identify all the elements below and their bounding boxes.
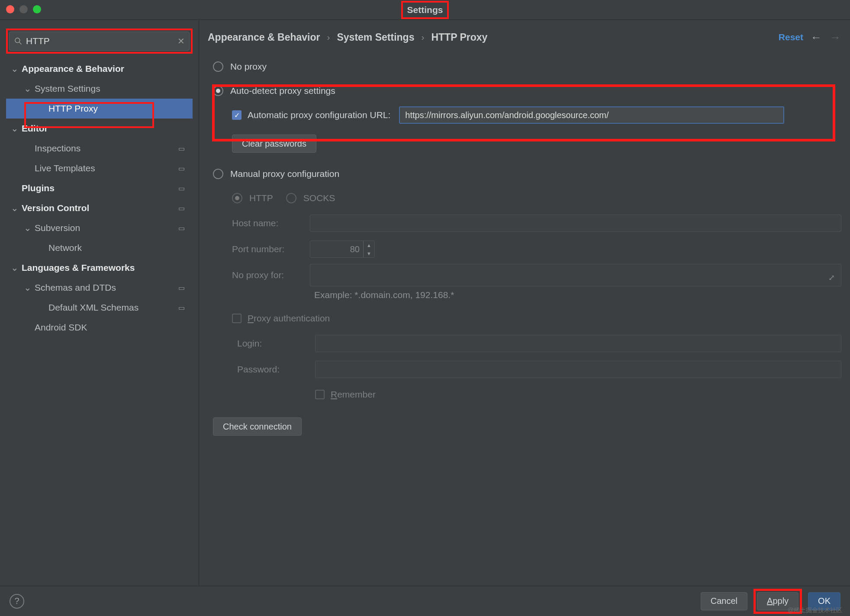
- port-stepper: ▲▼: [310, 241, 375, 258]
- radio-icon: [213, 86, 223, 96]
- project-scope-icon: ▭: [178, 224, 185, 232]
- help-button[interactable]: ?: [10, 594, 24, 609]
- tree-languages-frameworks[interactable]: ⌄Languages & Frameworks: [6, 258, 193, 278]
- chevron-down-icon: ⌄: [10, 203, 19, 213]
- project-scope-icon: ▭: [178, 304, 185, 312]
- password-row: Password:: [213, 356, 841, 382]
- tree-plugins[interactable]: Plugins▭: [6, 178, 193, 198]
- chevron-down-icon: ⌄: [23, 223, 32, 233]
- chevron-down-icon: ⌄: [10, 123, 19, 134]
- noproxy-label: No proxy for:: [232, 270, 310, 280]
- proxy-type-row: HTTP SOCKS: [213, 186, 841, 210]
- cancel-button[interactable]: Cancel: [701, 592, 747, 610]
- project-scope-icon: ▭: [178, 284, 185, 292]
- settings-tree: ⌄Appearance & Behavior ⌄System Settings …: [6, 59, 193, 337]
- auto-url-label: Automatic proxy configuration URL:: [248, 110, 390, 120]
- chevron-down-icon: ⌄: [10, 64, 19, 74]
- login-input: [315, 335, 841, 352]
- dialog-footer: ? Cancel Apply OK: [0, 586, 850, 616]
- remember-row: Remember: [213, 382, 841, 407]
- search-input-wrap[interactable]: ✕: [9, 32, 190, 51]
- tree-network[interactable]: Network: [6, 238, 193, 258]
- password-input: [315, 361, 841, 378]
- chevron-down-icon: ⌄: [23, 282, 32, 293]
- titlebar: Settings: [0, 0, 850, 20]
- tree-android-sdk[interactable]: Android SDK: [6, 318, 193, 337]
- tree-subversion[interactable]: ⌄Subversion▭: [6, 218, 193, 238]
- radio-auto-detect[interactable]: Auto-detect proxy settings: [213, 79, 841, 103]
- checkbox-proxy-auth: [232, 314, 241, 323]
- radio-icon: [286, 193, 296, 203]
- radio-http-type: HTTP: [232, 193, 273, 203]
- tree-system-settings[interactable]: ⌄System Settings: [6, 79, 193, 99]
- chevron-down-icon: ⌄: [10, 263, 19, 273]
- tree-default-xml-schemas[interactable]: Default XML Schemas▭: [6, 298, 193, 318]
- watermark: @稀土掘金技术社区: [788, 606, 842, 614]
- maximize-icon[interactable]: [33, 5, 41, 13]
- radio-manual-proxy[interactable]: Manual proxy configuration: [213, 162, 841, 186]
- svg-line-1: [19, 42, 22, 45]
- stepper-buttons: ▲▼: [363, 241, 374, 257]
- auto-detect-label: Auto-detect proxy settings: [230, 86, 335, 96]
- host-label: Host name:: [232, 218, 310, 228]
- proxy-auth-label: Proxy authentication: [248, 313, 330, 324]
- radio-socks-type: SOCKS: [286, 193, 335, 203]
- host-row: Host name:: [213, 210, 841, 236]
- nav-forward-icon: →: [829, 31, 841, 44]
- project-scope-icon: ▭: [178, 144, 185, 153]
- clear-search-icon[interactable]: ✕: [177, 36, 185, 46]
- settings-sidebar: ✕ ⌄Appearance & Behavior ⌄System Setting…: [0, 20, 199, 586]
- radio-icon: [213, 169, 223, 179]
- check-connection-button[interactable]: Check connection: [213, 417, 302, 436]
- window-title: Settings: [401, 1, 449, 19]
- proxy-auth-row: Proxy authentication: [213, 306, 841, 330]
- reset-link[interactable]: Reset: [779, 32, 803, 42]
- http-type-label: HTTP: [249, 193, 273, 203]
- tree-editor[interactable]: ⌄Editor: [6, 119, 193, 138]
- socks-type-label: SOCKS: [303, 193, 335, 203]
- svg-point-0: [15, 38, 20, 43]
- search-input[interactable]: [23, 36, 177, 46]
- project-scope-icon: ▭: [178, 204, 185, 212]
- chevron-up-icon: ▲: [364, 241, 374, 249]
- radio-icon: [213, 61, 223, 72]
- host-input: [310, 215, 841, 232]
- crumb-1[interactable]: System Settings: [337, 32, 414, 43]
- crumb-2: HTTP Proxy: [431, 32, 487, 43]
- chevron-right-icon: ›: [327, 32, 330, 42]
- search-icon: [14, 37, 23, 45]
- tree-http-proxy[interactable]: HTTP Proxy: [6, 99, 193, 119]
- chevron-down-icon: ⌄: [23, 83, 32, 94]
- chevron-down-icon: ▼: [364, 249, 374, 257]
- radio-no-proxy[interactable]: No proxy: [213, 55, 841, 79]
- password-label: Password:: [237, 364, 315, 375]
- port-label: Port number:: [232, 244, 310, 254]
- nav-back-icon[interactable]: ←: [810, 31, 822, 44]
- tree-schemas-dtds[interactable]: ⌄Schemas and DTDs▭: [6, 278, 193, 298]
- window-controls: [6, 5, 41, 13]
- auto-url-row: ✓ Automatic proxy configuration URL:: [213, 103, 841, 127]
- auto-url-input[interactable]: [399, 106, 784, 124]
- port-row: Port number: ▲▼: [213, 236, 841, 262]
- tree-inspections[interactable]: Inspections▭: [6, 138, 193, 158]
- clear-passwords-button[interactable]: Clear passwords: [232, 135, 316, 153]
- project-scope-icon: ▭: [178, 184, 185, 192]
- remember-label: Remember: [331, 389, 376, 400]
- search-highlight: ✕: [6, 29, 193, 54]
- settings-content: Appearance & Behavior › System Settings …: [199, 20, 850, 586]
- tree-appearance-behavior[interactable]: ⌄Appearance & Behavior: [6, 59, 193, 79]
- checkbox-auto-url[interactable]: ✓: [232, 110, 241, 120]
- checkbox-remember: [315, 390, 325, 399]
- login-label: Login:: [237, 338, 315, 349]
- minimize-icon[interactable]: [19, 5, 28, 13]
- breadcrumb: Appearance & Behavior › System Settings …: [208, 20, 841, 55]
- noproxy-input: ⤢: [310, 264, 841, 286]
- chevron-right-icon: ›: [421, 32, 424, 42]
- expand-icon: ⤢: [828, 273, 835, 282]
- tree-live-templates[interactable]: Live Templates▭: [6, 158, 193, 178]
- crumb-0[interactable]: Appearance & Behavior: [208, 32, 320, 43]
- manual-label: Manual proxy configuration: [230, 169, 339, 179]
- no-proxy-label: No proxy: [230, 61, 267, 72]
- close-icon[interactable]: [6, 5, 14, 13]
- tree-version-control[interactable]: ⌄Version Control▭: [6, 198, 193, 218]
